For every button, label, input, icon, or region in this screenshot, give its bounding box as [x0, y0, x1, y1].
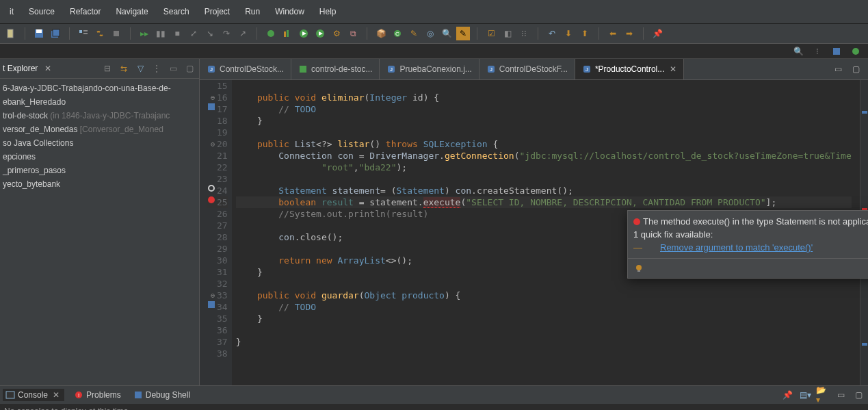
outline-icon[interactable] — [77, 27, 90, 40]
attach-icon[interactable]: ⁝⁝ — [517, 27, 531, 40]
search-icon-toolbar[interactable]: 🔍 — [440, 27, 453, 40]
pin-icon[interactable]: 📌 — [650, 27, 664, 40]
svg-text:!: ! — [78, 392, 79, 398]
stop-icon[interactable]: ■ — [170, 27, 184, 40]
problems-tab[interactable]: ! Problems — [71, 389, 124, 401]
svg-rect-5 — [79, 30, 82, 33]
tree-item[interactable]: trol-de-stock (in 1846-Java-y-JDBC-Traba… — [0, 109, 199, 123]
maximize-icon[interactable]: ▢ — [849, 62, 863, 76]
step-out-icon[interactable]: ↗ — [236, 27, 250, 40]
tree-item[interactable]: versor_de_Monedas [Conversor_de_Moned — [0, 123, 199, 136]
prev-edit-icon[interactable]: ↶ — [545, 27, 559, 40]
lightbulb-icon[interactable] — [632, 261, 646, 275]
close-icon[interactable]: ✕ — [42, 64, 54, 73]
quickfix-link[interactable]: Remove argument to match 'execute()' — [645, 242, 813, 253]
task-icon[interactable]: ☑ — [484, 27, 498, 40]
new-package-icon[interactable]: 📦 — [374, 27, 388, 40]
tab[interactable]: J ControlDeStock... — [200, 59, 291, 79]
task-marker-icon[interactable] — [208, 103, 215, 110]
task-marker-icon[interactable] — [208, 301, 215, 308]
warning-marker-icon[interactable] — [208, 185, 215, 192]
save-all-icon[interactable] — [49, 27, 62, 40]
forward-icon[interactable]: ➡ — [622, 27, 636, 40]
tree-item[interactable]: ebank_Heredado — [0, 95, 199, 109]
wizard-icon[interactable]: ✎ — [407, 27, 421, 40]
svg-point-17 — [852, 48, 859, 55]
pause-icon[interactable]: ▮▮ — [154, 27, 168, 40]
menu-item[interactable]: Navigate — [109, 4, 155, 19]
prev-annotation-icon[interactable]: ⬆ — [578, 27, 592, 40]
menu-icon[interactable]: ⁝ — [811, 44, 824, 58]
debug-shell-icon — [133, 390, 143, 400]
link-icon[interactable] — [93, 27, 107, 40]
tab[interactable]: control-de-stoc... — [291, 59, 380, 79]
tab[interactable]: J ControlDeStockF... — [479, 59, 575, 79]
new-class-icon[interactable]: C — [391, 27, 404, 40]
menu-item[interactable]: Window — [268, 4, 311, 19]
open-console-icon[interactable]: 📂▾ — [816, 388, 830, 402]
minimize-icon[interactable]: ▭ — [831, 62, 845, 76]
java-file-icon: J — [207, 64, 216, 74]
resume-icon[interactable]: ▸▸ — [137, 27, 151, 40]
tab[interactable]: J PruebaConexion.j... — [380, 59, 479, 79]
display-console-icon[interactable]: ▤▾ — [798, 388, 812, 402]
perspective-debug-icon[interactable] — [849, 44, 863, 58]
pin-console-icon[interactable]: 📌 — [780, 388, 794, 402]
tree-item[interactable]: epciones — [0, 150, 199, 164]
link-editor-icon[interactable]: ⇆ — [117, 62, 131, 75]
menu-item[interactable]: Source — [22, 4, 62, 19]
menu-item[interactable]: Help — [313, 4, 343, 19]
minimize-icon[interactable]: ▭ — [834, 388, 847, 402]
back-icon[interactable]: ⬅ — [606, 27, 620, 40]
coverage-icon[interactable] — [280, 27, 294, 40]
debug-icon[interactable] — [264, 27, 278, 40]
menu-item[interactable]: it — [3, 4, 21, 19]
run-last-icon[interactable] — [313, 27, 327, 40]
svg-rect-7 — [83, 33, 88, 34]
disconnect-icon[interactable]: ⤢ — [187, 27, 200, 40]
error-marker-icon[interactable] — [208, 196, 215, 203]
minimize-icon[interactable]: ▭ — [166, 62, 180, 75]
perspective-java-icon[interactable] — [830, 44, 843, 58]
tree-item[interactable]: so Java Collections — [0, 136, 199, 150]
open-type-icon[interactable]: ◎ — [423, 27, 437, 40]
svg-rect-20 — [300, 66, 306, 73]
tree-item[interactable]: yecto_bytebank — [0, 177, 199, 191]
toggle-mark-icon[interactable]: ✎ — [456, 27, 470, 40]
build-icon[interactable] — [109, 27, 123, 40]
search-icon[interactable]: 🔍 — [791, 44, 805, 58]
step-over-icon[interactable]: ↷ — [220, 27, 233, 40]
filter-icon[interactable]: ▽ — [133, 62, 147, 75]
run-icon[interactable] — [297, 27, 311, 40]
gutter[interactable]: 15⊖16171819⊖20212223242526272829303132⊖3… — [200, 80, 232, 385]
project-tree[interactable]: 6-Java-y-JDBC-Trabajando-con-una-Base-de… — [0, 79, 199, 191]
folding-icon[interactable]: ⊖ — [211, 290, 215, 301]
save-icon[interactable] — [32, 27, 46, 40]
menu-item[interactable]: Run — [238, 4, 267, 19]
debug-shell-tab[interactable]: Debug Shell — [131, 389, 193, 401]
close-icon[interactable]: ✕ — [51, 390, 62, 400]
tree-item[interactable]: 6-Java-y-JDBC-Trabajando-con-una-Base-de… — [0, 81, 199, 95]
folding-icon[interactable]: ⊖ — [211, 138, 215, 150]
maximize-icon[interactable]: ▢ — [183, 62, 196, 75]
next-annotation-icon[interactable]: ⬇ — [562, 27, 575, 40]
menu-item[interactable]: Search — [157, 4, 196, 19]
console-tab[interactable]: Console ✕ — [3, 389, 64, 401]
quick-access-bar: 🔍 ⁝ — [0, 44, 868, 59]
folding-icon[interactable]: ⊖ — [211, 92, 215, 103]
menu-item[interactable]: Refactor — [63, 4, 107, 19]
menu-item[interactable]: Project — [198, 4, 237, 19]
maximize-icon[interactable]: ▢ — [852, 388, 865, 402]
view-menu-icon[interactable]: ⋮ — [150, 62, 163, 75]
code-editor[interactable]: 15⊖16171819⊖20212223242526272829303132⊖3… — [200, 80, 868, 385]
task-focus-icon[interactable]: ◧ — [501, 27, 514, 40]
run-external-icon[interactable]: ⧉ — [346, 27, 360, 40]
step-into-icon[interactable]: ↘ — [203, 27, 217, 40]
new-icon[interactable] — [4, 27, 18, 40]
close-icon[interactable]: ✕ — [670, 64, 676, 74]
tree-item[interactable]: _primeros_pasos — [0, 164, 199, 177]
run-config-icon[interactable]: ⚙ — [330, 27, 343, 40]
tab-active[interactable]: J *ProductoControl... ✕ — [575, 59, 684, 79]
collapse-all-icon[interactable]: ⊟ — [101, 62, 114, 75]
svg-text:J: J — [490, 66, 492, 73]
